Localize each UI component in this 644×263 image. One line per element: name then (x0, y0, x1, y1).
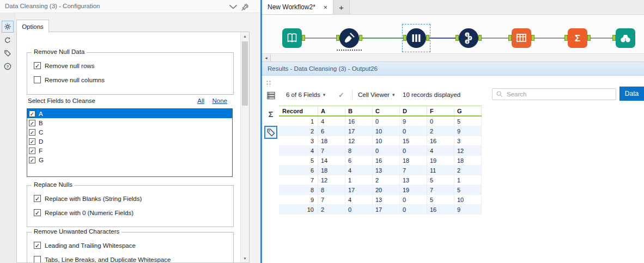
table-row[interactable]: 47800412 (279, 146, 482, 156)
output-anchor[interactable] (478, 35, 482, 41)
select-all-link[interactable]: All (197, 97, 204, 104)
value-cell: 10 (373, 136, 400, 146)
field-row[interactable]: ✓F (27, 146, 232, 155)
select-none-link[interactable]: None (212, 97, 228, 104)
field-checkbox[interactable]: ✓ (29, 157, 35, 163)
column-header-d[interactable]: D (400, 106, 427, 115)
checkbox[interactable] (34, 76, 41, 83)
table-row[interactable]: 974130510 (279, 195, 482, 205)
tag-icon[interactable] (264, 126, 277, 139)
apply-check-icon[interactable]: ✓ (338, 89, 344, 101)
field-row[interactable]: ✓A (27, 109, 232, 118)
canvas-horizontal-scrollbar[interactable]: ◄ (262, 53, 644, 62)
table-row[interactable]: 712121351 (279, 175, 482, 185)
refresh-icon[interactable] (2, 35, 13, 46)
summarize-tool[interactable]: Σ (568, 28, 587, 48)
checkbox[interactable]: ✓ (34, 242, 41, 249)
field-checkbox[interactable]: ✓ (29, 138, 35, 145)
scroll-left-arrow[interactable]: ◄ (262, 54, 271, 62)
column-header-record[interactable]: Record (279, 106, 318, 115)
input-data-tool[interactable] (282, 28, 302, 48)
checkbox[interactable] (34, 256, 41, 263)
column-header-b[interactable]: B (345, 106, 373, 115)
sample-123-tool[interactable]: 123 (459, 28, 478, 48)
field-row[interactable]: ✓D (27, 137, 232, 146)
column-header-c[interactable]: C (373, 106, 400, 115)
close-tab-icon[interactable]: × (319, 3, 327, 11)
gear-icon[interactable] (2, 21, 14, 33)
tag-icon[interactable] (2, 48, 13, 59)
data-cleansing-tool-2[interactable] (406, 28, 426, 48)
tab-new-workflow2[interactable]: New Workflow2* × (262, 0, 333, 14)
scroll-down-arrow[interactable]: ▼ (241, 254, 249, 262)
output-anchor[interactable] (302, 35, 305, 41)
data-cleansing-tool[interactable] (339, 28, 359, 48)
field-row[interactable]: ✓C (27, 127, 232, 137)
table-row[interactable]: 14160905 (279, 117, 482, 126)
search-input[interactable] (506, 90, 612, 98)
column-header-f[interactable]: F (427, 106, 454, 115)
value-cell: 18 (454, 156, 482, 166)
tab-options[interactable]: Options (16, 20, 49, 33)
field-label: C (39, 129, 43, 136)
table-row[interactable]: 261710029 (279, 126, 482, 136)
column-header-g[interactable]: G (454, 106, 482, 115)
field-checkbox[interactable]: ✓ (29, 129, 35, 136)
output-anchor[interactable] (359, 35, 362, 41)
sigma-tool-icon: Σ (571, 32, 584, 45)
select-table-tool[interactable] (512, 28, 531, 48)
cell-viewer-dropdown[interactable]: Cell Viewer ▾ (358, 89, 394, 101)
field-row[interactable]: ✓G (27, 155, 232, 164)
field-label: G (39, 157, 44, 163)
new-tab-button[interactable]: + (333, 0, 350, 14)
workflow-canvas[interactable]: 123Σ (262, 15, 644, 53)
fields-listbox[interactable]: ✓A✓B✓C✓D✓F✓G (27, 108, 233, 177)
field-checkbox[interactable]: ✓ (29, 120, 35, 126)
sigma-icon[interactable]: Σ (264, 107, 277, 120)
table-row[interactable]: 6184137112 (279, 166, 482, 175)
broom-icon (343, 32, 356, 45)
checkbox[interactable]: ✓ (34, 195, 41, 202)
record-cell: 9 (279, 195, 318, 205)
field-row[interactable]: ✓B (27, 118, 232, 127)
data-button[interactable]: Data (619, 87, 644, 101)
column-header-a[interactable]: A (318, 106, 345, 115)
workflow-tab-bar: New Workflow2* × + (262, 0, 644, 15)
table-row[interactable]: 318121015163 (279, 136, 482, 146)
checkbox[interactable]: ✓ (34, 209, 41, 216)
table-rows-icon[interactable] (264, 89, 277, 102)
field-label: F (39, 148, 42, 154)
drag-grip[interactable] (266, 80, 272, 87)
table-row[interactable]: 8817201975 (279, 185, 482, 195)
value-cell: 3 (454, 136, 482, 146)
value-cell: 7 (318, 195, 345, 205)
config-scrollbar[interactable]: ▲ ▼ (240, 32, 249, 262)
checkbox[interactable]: ✓ (34, 62, 41, 69)
search-box[interactable] (492, 88, 616, 100)
value-cell: 5 (454, 185, 482, 195)
fields-dropdown[interactable]: 6 of 6 Fields ▾ (286, 89, 325, 101)
record-cell: 10 (279, 205, 318, 215)
group-items: ✓Remove null rowsRemove null columns (27, 53, 233, 94)
browse-tool[interactable] (616, 28, 635, 48)
value-cell: 7 (427, 185, 454, 195)
output-anchor[interactable] (587, 35, 591, 41)
value-cell: 0 (400, 126, 427, 136)
config-icon-strip: ? (0, 13, 15, 263)
field-checkbox[interactable]: ✓ (29, 148, 35, 154)
connection-wire (482, 38, 508, 39)
checkbox-label: Remove null columns (45, 77, 105, 83)
field-checkbox[interactable]: ✓ (29, 111, 35, 117)
table-row[interactable]: 514616181918 (279, 156, 482, 166)
table-row[interactable]: 1020170169 (279, 205, 482, 215)
value-cell: 9 (454, 205, 482, 215)
record-cell: 5 (279, 156, 318, 166)
record-cell: 6 (279, 166, 318, 175)
scroll-up-arrow[interactable]: ▲ (241, 32, 249, 40)
chevron-down-icon[interactable] (229, 3, 238, 10)
pin-icon[interactable] (241, 3, 250, 10)
value-cell: 9 (400, 117, 427, 126)
output-anchor[interactable] (531, 35, 534, 41)
help-icon[interactable]: ? (2, 61, 13, 72)
scrollbar-thumb[interactable] (242, 41, 248, 106)
